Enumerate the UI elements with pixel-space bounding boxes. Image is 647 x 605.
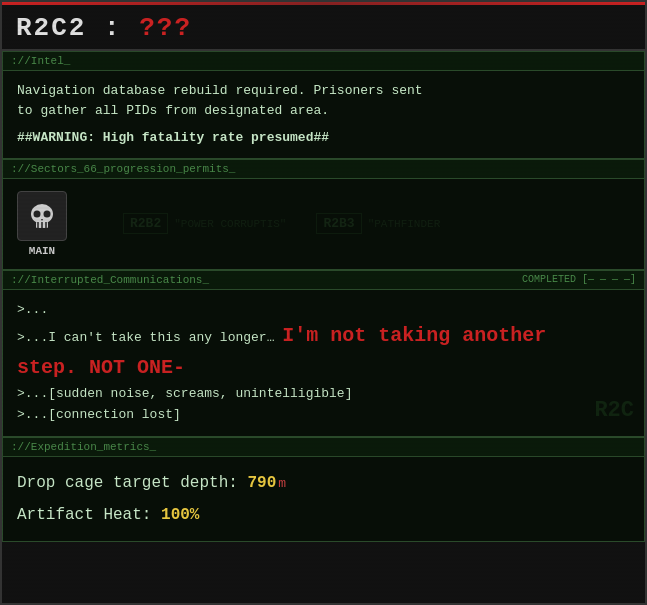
metrics-heat-row: Artifact Heat: 100% xyxy=(17,499,630,531)
intel-panel: ://Intel_ Navigation database rebuild re… xyxy=(2,51,645,159)
title-bar: R2C2 : ??? xyxy=(2,5,645,51)
outer-frame: R2C2 : ??? ://Intel_ Navigation database… xyxy=(0,0,647,605)
heat-value: 100% xyxy=(161,506,199,524)
svg-point-2 xyxy=(34,210,41,217)
comm-header-label: ://Interrupted_Communications_ xyxy=(11,274,209,286)
depth-unit: m xyxy=(278,476,286,491)
sectors-body: R2B1 SPIKE R2B2 "POWER CORRUPTIS" R2B3 "… xyxy=(3,179,644,269)
depth-value: 790 xyxy=(247,474,276,492)
intel-warning: ##WARNING: High fatality rate presumed## xyxy=(17,128,630,148)
metrics-depth-row: Drop cage target depth: 790m xyxy=(17,467,630,499)
intel-panel-header: ://Intel_ xyxy=(3,52,644,71)
ghost-nodes-container: R2B2 "POWER CORRUPTIS" R2B3 "PATHFINDER xyxy=(3,179,644,269)
metrics-panel: ://Expedition_metrics_ Drop cage target … xyxy=(2,437,645,542)
comm-line-2: >...I can't take this any longer… I'm no… xyxy=(17,320,630,384)
svg-point-3 xyxy=(44,210,51,217)
sectors-panel-header: ://Sectors_66_progression_permits_ xyxy=(3,160,644,179)
comm-line-1: >... xyxy=(17,300,630,321)
intel-body-text: Navigation database rebuild required. Pr… xyxy=(17,81,630,120)
main-content: R2C2 : ??? ://Intel_ Navigation database… xyxy=(2,5,645,605)
completed-badge: COMPLETED [— — — —] xyxy=(522,274,636,285)
intel-panel-body: Navigation database rebuild required. Pr… xyxy=(3,71,644,158)
ghost-node-r2b3: R2B3 "PATHFINDER xyxy=(316,213,440,234)
comm-panel-header: ://Interrupted_Communications_ COMPLETED… xyxy=(3,271,644,290)
skull-main-label: MAIN xyxy=(29,245,55,257)
title-question-marks: ??? xyxy=(139,13,192,43)
skull-svg xyxy=(26,200,58,232)
ghost-r2c-badge: R2C xyxy=(594,393,634,428)
comm-line-3: >...[sudden noise, screams, unintelligib… xyxy=(17,384,630,405)
depth-label: Drop cage target depth: xyxy=(17,474,238,492)
skull-icon xyxy=(17,191,67,241)
metrics-panel-header: ://Expedition_metrics_ xyxy=(3,438,644,457)
main-skull-node[interactable]: MAIN xyxy=(17,191,67,257)
metrics-body: Drop cage target depth: 790m Artifact He… xyxy=(3,457,644,541)
window-title: R2C2 : ??? xyxy=(16,13,192,43)
ghost-node-r2b2: R2B2 "POWER CORRUPTIS" xyxy=(123,213,286,234)
sectors-panel: ://Sectors_66_progression_permits_ R2B1 … xyxy=(2,159,645,270)
communications-panel: ://Interrupted_Communications_ COMPLETED… xyxy=(2,270,645,437)
comm-body: >... >...I can't take this any longer… I… xyxy=(3,290,644,436)
title-prefix: R2C2 : xyxy=(16,13,139,43)
heat-label: Artifact Heat: xyxy=(17,506,151,524)
comm-line-4: >...[connection lost] xyxy=(17,405,630,426)
